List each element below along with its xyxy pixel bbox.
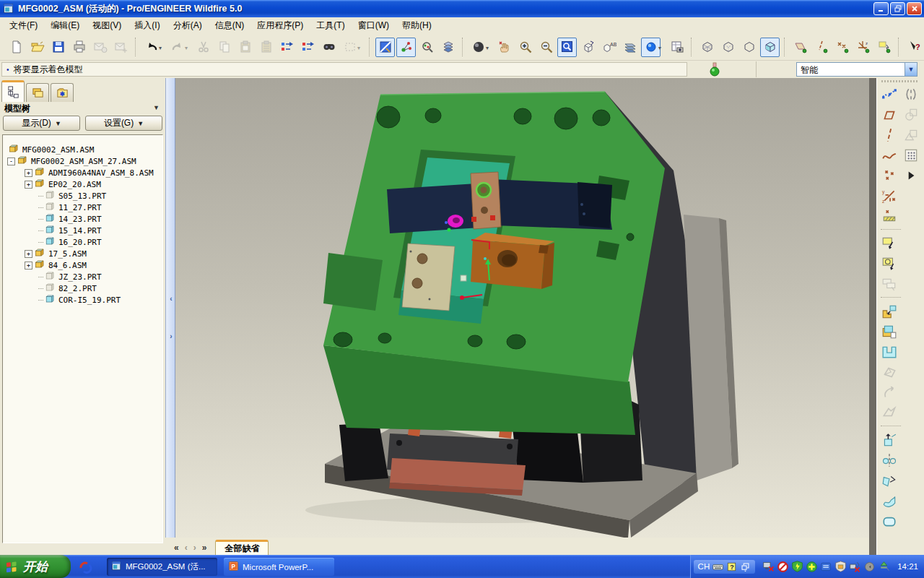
email-model-icon[interactable]	[90, 38, 110, 57]
first-tab-arrow[interactable]: «	[174, 543, 179, 553]
mold-plane-icon[interactable]	[880, 234, 899, 253]
dropdown-caret-icon[interactable]: ▾	[185, 45, 191, 51]
part-node-icon[interactable]	[45, 293, 58, 306]
dropdown-caret-icon[interactable]: ▾	[159, 45, 165, 51]
side-plate[interactable]	[402, 243, 455, 311]
prev-tab-arrow[interactable]: ‹	[185, 543, 188, 553]
regenerate-icon[interactable]	[277, 38, 297, 57]
tree-item-14_23.PRT[interactable]: 14_23.PRT	[3, 213, 162, 225]
dropdown-caret-icon[interactable]: ▾	[357, 45, 363, 51]
mold-cavity-icon[interactable]	[880, 342, 899, 361]
boundary-surface-icon[interactable]	[880, 491, 899, 510]
mold-volume-icon[interactable]	[880, 363, 899, 381]
tree-item-EP02_20.ASM[interactable]: +EP02_20.ASM	[3, 178, 162, 190]
collapse-panel-arrow-icon[interactable]: ‹	[167, 295, 175, 303]
tree-item-17_5.ASM[interactable]: +17_5.ASM	[3, 248, 162, 259]
tab-folder-browser[interactable]	[26, 83, 49, 102]
email-link-icon[interactable]	[111, 38, 131, 57]
layers-icon[interactable]	[438, 38, 458, 57]
zoom-out-icon[interactable]	[536, 38, 556, 57]
mirror-icon[interactable]	[880, 451, 899, 470]
print-icon[interactable]	[69, 38, 89, 57]
small-chip[interactable]	[461, 275, 466, 281]
media-player-icon[interactable]	[820, 561, 832, 573]
blocked-icon[interactable]	[777, 561, 789, 573]
task-button-0[interactable]: MFG0002_ASM (活...	[107, 558, 217, 576]
style-curve-icon[interactable]	[880, 85, 899, 104]
saved-views-icon[interactable]: AB	[599, 38, 619, 57]
selection-filter-icon[interactable]	[396, 38, 416, 57]
no-hidden-icon[interactable]	[739, 38, 759, 57]
save-icon[interactable]	[48, 38, 68, 57]
view-manager-icon[interactable]	[667, 38, 687, 57]
task-button-1[interactable]: PMicrosoft PowerP...	[224, 558, 334, 576]
mold-component-icon[interactable]	[880, 302, 899, 321]
help-badge-icon[interactable]: ?	[726, 561, 737, 572]
redo-icon[interactable]: ▾	[167, 38, 187, 57]
wireframe-icon[interactable]	[697, 38, 717, 57]
flyout-arrow-icon[interactable]	[902, 166, 920, 185]
spin-pan-icon[interactable]	[494, 38, 514, 57]
hidden-line-icon[interactable]	[718, 38, 738, 57]
copy-icon[interactable]	[214, 38, 234, 57]
cut-icon[interactable]	[193, 38, 213, 57]
datum-points-icon[interactable]	[880, 166, 899, 185]
expand-node-box[interactable]: +	[25, 181, 32, 189]
reorient-icon[interactable]	[578, 38, 598, 57]
mold-workpiece-icon[interactable]	[880, 322, 899, 341]
panel-splitter[interactable]: ‹ ›	[165, 78, 175, 555]
context-help-icon[interactable]: ?	[905, 38, 924, 57]
expand-node-box[interactable]: +	[25, 169, 32, 177]
tree-item-COR-I5_19.PRT[interactable]: COR-I5_19.PRT	[3, 294, 162, 306]
mold-plane-target-icon[interactable]	[880, 254, 899, 273]
status-light-icon[interactable]	[709, 62, 720, 77]
datum-axes-toggle-icon[interactable]	[811, 38, 831, 57]
menu-item-8[interactable]: 窗口(W)	[352, 18, 396, 33]
round-icon[interactable]	[902, 105, 920, 124]
shaded-icon[interactable]	[760, 38, 780, 57]
menu-item-4[interactable]: 分析(A)	[167, 18, 209, 33]
tree-item-82_2.PRT[interactable]: 82_2.PRT	[3, 282, 162, 294]
menu-item-7[interactable]: 工具(T)	[310, 18, 351, 33]
usb-eject-icon[interactable]	[878, 561, 890, 573]
wireless-offline-icon[interactable]	[849, 561, 861, 573]
dropdown-caret-icon[interactable]: ▾	[658, 45, 664, 51]
menu-item-2[interactable]: 视图(V)	[86, 18, 128, 33]
datum-planes-toggle-icon[interactable]	[790, 38, 810, 57]
menu-item-6[interactable]: 应用程序(P)	[250, 18, 310, 33]
tree-item-S05_13.PRT[interactable]: S05_13.PRT	[3, 190, 162, 202]
tree-item-15_14.PRT[interactable]: 15_14.PRT	[3, 225, 162, 236]
active-view-tab[interactable]: 全部缺省	[215, 540, 269, 555]
dropdown-caret-icon[interactable]: ▾	[486, 45, 492, 51]
expand-node-box[interactable]: +	[25, 250, 32, 258]
collapse-node-box[interactable]: -	[7, 158, 15, 165]
draft-icon[interactable]	[880, 471, 899, 490]
sketch-spline-icon[interactable]	[880, 146, 899, 165]
layer-display-icon[interactable]	[620, 38, 640, 57]
hatch-points-icon[interactable]	[880, 207, 899, 225]
new-file-icon[interactable]	[6, 38, 26, 57]
sketch-icon[interactable]	[880, 512, 899, 530]
orient-mode-icon[interactable]: ▾	[641, 38, 661, 57]
tree-item-MFG0002_ASM.ASM[interactable]: MFG0002_ASM.ASM	[3, 144, 162, 155]
parting-flip-icon[interactable]	[880, 403, 899, 422]
regenerate-custom-icon[interactable]	[298, 38, 318, 57]
datum-axis-icon[interactable]	[880, 126, 899, 144]
refit-icon[interactable]	[557, 38, 577, 57]
3d-model-canvas[interactable]	[175, 78, 869, 538]
extrude-icon[interactable]	[880, 431, 899, 449]
expand-panel-arrow-icon[interactable]: ›	[167, 332, 175, 340]
network-offline-icon[interactable]	[762, 561, 775, 573]
menu-item-9[interactable]: 帮助(H)	[396, 18, 438, 33]
close-button[interactable]	[907, 2, 922, 15]
restore-button[interactable]	[890, 2, 905, 15]
display-settings-icon[interactable]	[375, 38, 395, 57]
restore-window-icon[interactable]	[740, 561, 751, 572]
search-model-icon[interactable]	[417, 38, 437, 57]
render-style-icon[interactable]: ▾	[468, 38, 488, 57]
open-file-icon[interactable]	[27, 38, 47, 57]
shield-icon[interactable]	[791, 561, 803, 573]
undo-icon[interactable]: ▾	[141, 38, 161, 57]
chamfer-icon[interactable]	[902, 126, 920, 144]
silhouette-curve-icon[interactable]	[880, 383, 899, 402]
